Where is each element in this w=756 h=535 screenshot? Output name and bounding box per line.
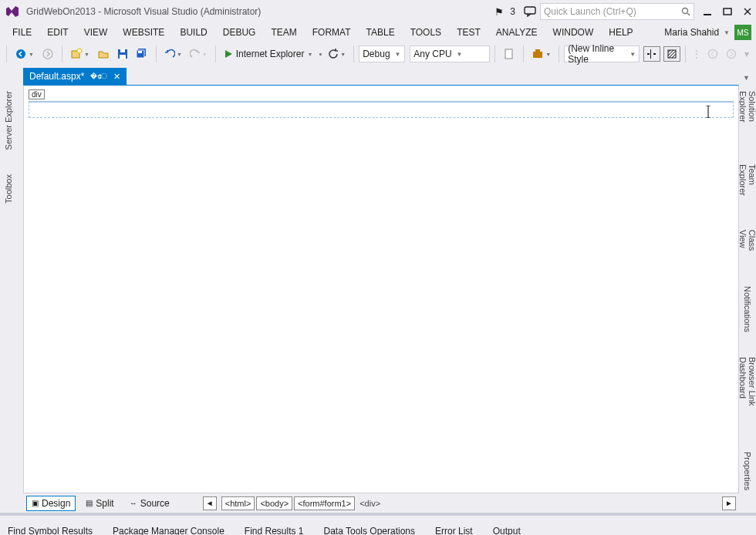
side-tab-browser-link[interactable]: Browser Link Dashboard (737, 354, 756, 430)
overflow-icon[interactable]: ▾ (744, 49, 749, 59)
menu-analyze[interactable]: ANALYZE (488, 25, 545, 40)
menu-format[interactable]: FORMAT (305, 25, 359, 40)
menu-website[interactable]: WEBSITE (115, 25, 172, 40)
maximize-button[interactable] (722, 6, 733, 17)
bottom-tab-error-list[interactable]: Error List (432, 523, 476, 535)
pin-icon[interactable]: �േ (90, 72, 107, 81)
notifications-area[interactable]: ⚑ 3 (494, 6, 515, 18)
side-tab-notifications[interactable]: Notifications (741, 283, 754, 335)
side-tab-solution-explorer[interactable]: Solution Explorer (737, 88, 756, 143)
nav-back-button[interactable]: ▼ (12, 45, 37, 62)
svg-point-1 (683, 8, 688, 14)
crumb-form[interactable]: <form#form1> (294, 496, 355, 510)
side-tab-properties[interactable]: Properties (741, 449, 754, 493)
style-select[interactable]: (New Inline Style▼ (564, 45, 640, 62)
design-selection-box[interactable] (29, 101, 734, 118)
svg-rect-19 (535, 49, 540, 52)
side-tab-team-explorer[interactable]: Team Explorer (737, 161, 756, 208)
menu-window[interactable]: WINDOW (545, 25, 602, 40)
tab-overflow-icon[interactable]: ▼ (743, 74, 750, 85)
view-switch-bar: ▣Design ▤Split ↔Source ◄ <html> <body> <… (23, 493, 739, 513)
bottom-tab-output[interactable]: Output (490, 523, 524, 535)
close-tab-icon[interactable]: ✕ (113, 72, 120, 82)
menu-tools[interactable]: TOOLS (403, 25, 449, 40)
editor-surface[interactable]: div (23, 85, 739, 493)
feedback-icon[interactable] (520, 6, 540, 17)
bottom-tool-tabs: Find Symbol Results Package Manager Cons… (0, 522, 756, 535)
right-tool-gutter: Solution Explorer Team Explorer Class Vi… (739, 85, 756, 493)
browserlink-forward-button (723, 45, 740, 62)
menu-view[interactable]: VIEW (76, 25, 116, 40)
user-badge[interactable]: MS (734, 25, 751, 40)
disabled-sep-icon: ⋮ (692, 49, 701, 59)
quick-launch-input[interactable]: Quick Launch (Ctrl+Q) (540, 3, 694, 20)
target-rule-button[interactable] (643, 46, 660, 62)
document-tab-bar: Default.aspx* �േ ✕ ▼ (0, 66, 756, 85)
user-dropdown-icon[interactable]: ▼ (724, 29, 730, 36)
bottom-tab-find-symbol[interactable]: Find Symbol Results (5, 523, 96, 535)
menu-team[interactable]: TEAM (263, 25, 304, 40)
bottom-tab-pmc[interactable]: Package Manager Console (110, 523, 228, 535)
menu-file[interactable]: FILE (5, 25, 39, 40)
undo-button[interactable]: ▼ (161, 45, 185, 62)
svg-rect-21 (647, 53, 650, 55)
svg-point-8 (43, 49, 52, 59)
crumb-div[interactable]: <div> (356, 499, 383, 508)
svg-rect-13 (120, 55, 126, 59)
text-cursor-icon (706, 106, 710, 118)
menu-table[interactable]: TABLE (359, 25, 403, 40)
redo-button[interactable]: ▼ (187, 45, 211, 62)
platform-select[interactable]: Any CPU▼ (410, 45, 490, 62)
browserlink-back-button (704, 45, 721, 62)
menu-edit[interactable]: EDIT (39, 25, 76, 40)
svg-rect-0 (525, 7, 535, 14)
menu-test[interactable]: TEST (449, 25, 488, 40)
new-item-button[interactable] (500, 45, 518, 62)
nav-forward-button[interactable] (39, 45, 57, 62)
menu-build[interactable]: BUILD (172, 25, 214, 40)
notification-count: 3 (510, 6, 515, 17)
bottom-tab-data-tools[interactable]: Data Tools Operations (321, 523, 419, 535)
close-button[interactable] (742, 6, 753, 17)
browser-refresh-button[interactable]: ▼ (325, 45, 349, 62)
toolbar: ▼ ▼ ▼ ▼ Internet Explorer ▼ • ▼ Debug▼ A… (0, 42, 756, 66)
menu-help[interactable]: HELP (601, 25, 640, 40)
save-all-button[interactable] (133, 45, 151, 62)
search-icon (681, 7, 690, 16)
window-title: GridWebOn2013 - Microsoft Visual Studio … (26, 6, 261, 17)
menu-bar: FILE EDIT VIEW WEBSITE BUILD DEBUG TEAM … (0, 23, 756, 42)
svg-point-24 (709, 50, 717, 59)
crumb-html[interactable]: <html> (221, 496, 255, 510)
view-split-button[interactable]: ▤Split (80, 496, 119, 511)
config-select[interactable]: Debug▼ (359, 45, 405, 62)
side-tab-toolbox[interactable]: Toolbox (2, 171, 15, 207)
svg-rect-12 (120, 49, 125, 52)
side-tab-class-view[interactable]: Class View (737, 227, 756, 264)
tag-chip[interactable]: div (29, 89, 45, 99)
toolbox-button[interactable]: ▼ (528, 45, 554, 62)
menu-debug[interactable]: DEBUG (215, 25, 264, 40)
view-source-button[interactable]: ↔Source (124, 496, 175, 511)
side-tab-server-explorer[interactable]: Server Explorer (2, 88, 15, 153)
quick-launch-placeholder: Quick Launch (Ctrl+Q) (544, 6, 636, 17)
svg-rect-22 (653, 53, 656, 55)
view-design-button[interactable]: ▣Design (26, 496, 76, 511)
document-tab-default-aspx[interactable]: Default.aspx* �േ ✕ (23, 68, 127, 85)
breadcrumb: <html> <body> <form#form1> <div> (221, 496, 383, 510)
left-tool-gutter: Server Explorer Toolbox (0, 85, 17, 493)
svg-rect-18 (533, 52, 542, 58)
minimize-button[interactable] (702, 6, 713, 17)
bottom-tab-find-results[interactable]: Find Results 1 (241, 523, 307, 535)
breadcrumb-next-button[interactable]: ► (722, 496, 736, 510)
user-name[interactable]: Maria Shahid (664, 27, 719, 38)
save-button[interactable] (114, 45, 131, 62)
svg-point-7 (16, 49, 25, 59)
svg-rect-4 (724, 8, 731, 15)
open-file-button[interactable] (94, 45, 113, 62)
show-overlay-button[interactable] (663, 46, 680, 62)
crumb-body[interactable]: <body> (256, 496, 292, 510)
breadcrumb-prev-button[interactable]: ◄ (203, 496, 217, 510)
tab-label: Default.aspx* (29, 71, 84, 82)
new-project-button[interactable]: ▼ (67, 45, 93, 62)
start-debug-button[interactable]: Internet Explorer ▼ (221, 45, 316, 62)
